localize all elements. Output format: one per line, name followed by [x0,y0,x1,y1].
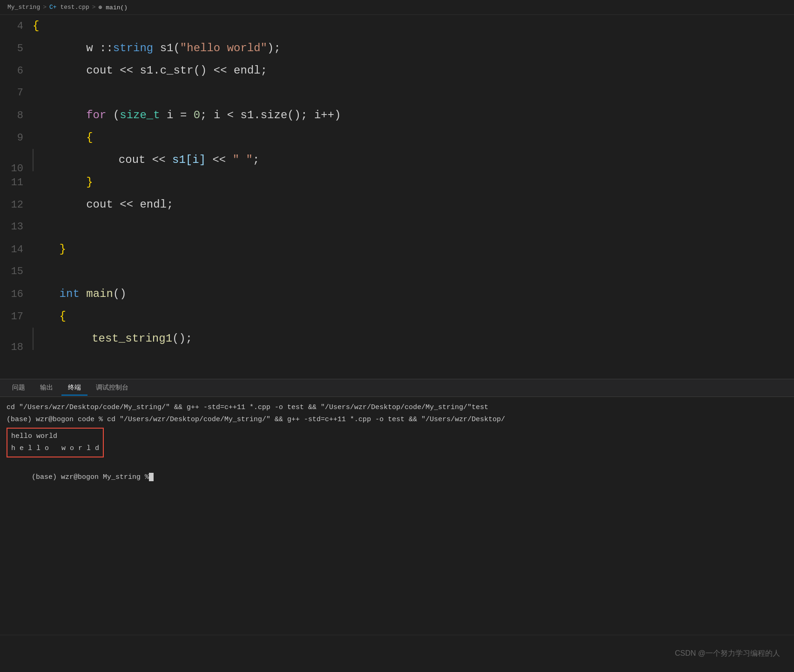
tab-problems[interactable]: 问题 [6,381,32,396]
tab-debug-console[interactable]: 调试控制台 [89,381,135,396]
line-num-7: 7 [0,82,33,104]
line-content-16: int main() [33,283,127,305]
code-line-9: 9 { [0,127,794,149]
terminal-content[interactable]: cd "/Users/wzr/Desktop/code/My_string/" … [0,397,794,635]
line-content-18: test_string1(); [33,328,192,350]
line-num-15: 15 [0,261,33,283]
terminal-line-1: cd "/Users/wzr/Desktop/code/My_string/" … [7,402,787,414]
line-num-4: 4 [0,15,33,38]
line-content-11: } [33,171,93,194]
breadcrumb-sep-1: > [43,4,47,11]
code-line-17: 17 { [0,305,794,328]
panel: 问题 输出 终端 调试控制台 cd "/Users/wzr/Desktop/co… [0,379,794,635]
line-content-6: cout << s1.c_str() << endl; [33,60,267,82]
line-content-14: } [33,238,66,261]
code-line-7: 7 [0,82,794,104]
breadcrumb-function[interactable]: ⊕ main() [99,4,128,11]
code-line-15: 15 [0,261,794,283]
breadcrumb-sep-2: > [92,4,96,11]
line-content-17: { [33,305,66,328]
terminal-cursor [149,473,154,481]
breadcrumb: My_string > C+ test.cpp > ⊕ main() [0,0,794,15]
code-line-12: 12 cout << endl; [0,194,794,216]
status-bar: CSDN @一个努力学习编程的人 [0,635,794,672]
tab-output[interactable]: 输出 [34,381,60,396]
line-content-10: cout << s1[i] << " "; [33,149,259,171]
code-line-6: 6 cout << s1.c_str() << endl; [0,60,794,82]
terminal-line-prompt: (base) wzr@bogon My_string % [7,459,787,496]
line-content-9: { [33,127,93,149]
code-line-14: 14 } [0,238,794,261]
code-editor: 4 { 5 w ::string s1("hello world"); 6 co… [0,15,794,350]
line-num-16: 16 [0,283,33,306]
line-num-11: 11 [0,172,33,194]
line-content-12: cout << endl; [33,194,173,216]
line-num-13: 13 [0,216,33,238]
line-content-4: { [33,15,39,37]
code-line-11: 11 } [0,171,794,194]
breadcrumb-file[interactable]: C+ test.cpp [49,4,89,11]
line-content-8: for (size_t i = 0; i < s1.size(); i++) [33,104,341,127]
csdn-watermark: CSDN @一个努力学习编程的人 [675,649,780,659]
tab-terminal[interactable]: 终端 [61,381,87,396]
terminal-output-highlighted: hello world h e l l o w o r l d [7,428,787,457]
code-line-16: 16 int main() [0,283,794,305]
terminal-line-spaced: h e l l o w o r l d [11,443,99,455]
line-num-9: 9 [0,127,33,149]
line-num-12: 12 [0,194,33,216]
line-num-8: 8 [0,105,33,127]
code-line-8: 8 for (size_t i = 0; i < s1.size(); i++) [0,104,794,127]
line-num-6: 6 [0,60,33,82]
line-num-5: 5 [0,38,33,60]
line-num-17: 17 [0,306,33,328]
code-line-10: 10 cout << s1[i] << " "; [0,149,794,171]
panel-tabs: 问题 输出 终端 调试控制台 [0,379,794,397]
code-line-13: 13 [0,216,794,238]
line-content-5: w ::string s1("hello world"); [33,37,281,60]
code-line-5: 5 w ::string s1("hello world"); [0,37,794,60]
terminal-line-2: (base) wzr@bogon code % cd "/Users/wzr/D… [7,414,787,426]
line-num-18: 18 [0,336,33,350]
terminal-line-hello-world: hello world [11,430,99,443]
line-num-14: 14 [0,239,33,261]
breadcrumb-mystring[interactable]: My_string [7,4,40,11]
code-line-18: 18 test_string1(); [0,328,794,350]
code-line-4: 4 { [0,15,794,37]
